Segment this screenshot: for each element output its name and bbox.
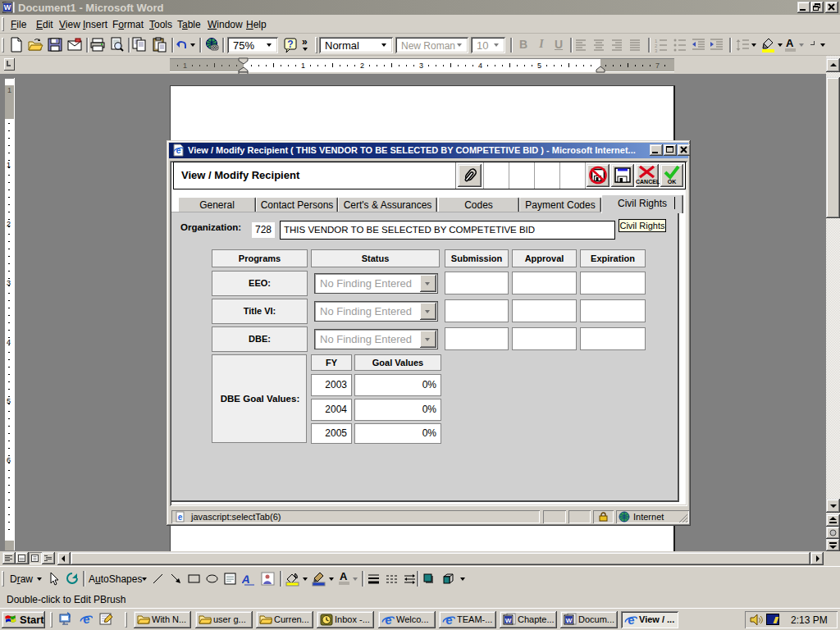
svg-text:e: e	[445, 614, 452, 626]
svg-text:W: W	[566, 617, 573, 624]
svg-text:1: 1	[183, 62, 187, 70]
svg-text:e: e	[176, 145, 180, 155]
svg-text:5: 5	[537, 62, 541, 70]
svg-text:?: ?	[287, 39, 293, 50]
svg-text:e: e	[83, 613, 89, 625]
svg-text:A: A	[242, 573, 252, 586]
svg-text:2: 2	[360, 62, 364, 70]
svg-text:3: 3	[419, 62, 423, 70]
svg-text:W: W	[4, 3, 11, 11]
svg-text:e: e	[178, 513, 183, 522]
svg-text:4: 4	[478, 62, 482, 70]
svg-text:7: 7	[655, 62, 660, 70]
svg-text:1: 1	[7, 86, 11, 94]
svg-text:1: 1	[301, 62, 305, 70]
svg-text:e: e	[628, 614, 634, 626]
svg-text:e: e	[385, 614, 391, 626]
svg-text:W: W	[505, 617, 512, 624]
